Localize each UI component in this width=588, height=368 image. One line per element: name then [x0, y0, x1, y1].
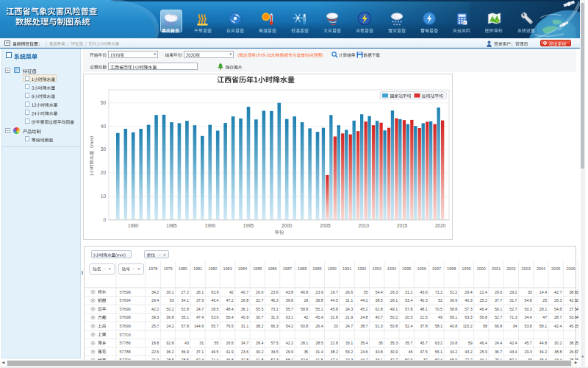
svg-text:1995: 1995 [243, 223, 254, 228]
svg-text:28.5: 28.5 [211, 307, 218, 311]
svg-text:50.8: 50.8 [390, 324, 398, 328]
svg-text:5: 5 [576, 341, 578, 345]
svg-text:32.7: 32.7 [256, 298, 263, 302]
svg-text:2: 2 [576, 298, 578, 302]
svg-text:39.8: 39.8 [315, 298, 323, 302]
svg-text:56.4: 56.4 [226, 315, 233, 319]
svg-text:59.1: 59.1 [495, 307, 502, 311]
svg-text:20.5: 20.5 [405, 315, 412, 319]
svg-text:35: 35 [364, 290, 368, 294]
svg-text:20: 20 [101, 170, 107, 175]
svg-text:25.9: 25.9 [480, 350, 487, 354]
svg-text:26.6: 26.6 [345, 290, 353, 294]
svg-text:56.8: 56.8 [480, 315, 487, 319]
svg-text:71.2: 71.2 [435, 290, 442, 294]
svg-text:21.9: 21.9 [345, 315, 353, 319]
svg-text:46.4: 46.4 [480, 307, 487, 311]
svg-text:36.2: 36.2 [166, 350, 173, 354]
svg-text:1980: 1980 [128, 223, 139, 228]
svg-text:45.2: 45.2 [360, 307, 368, 311]
svg-text:1993: 1993 [372, 266, 381, 271]
svg-text:2020: 2020 [435, 223, 446, 228]
svg-text:45.4: 45.4 [315, 315, 323, 319]
svg-text:31: 31 [199, 341, 204, 345]
svg-text:1988: 1988 [298, 266, 306, 271]
svg-text:34.2: 34.2 [151, 290, 159, 294]
svg-text:44.5: 44.5 [331, 298, 338, 302]
svg-text:19.7: 19.7 [331, 290, 338, 294]
svg-text:14.4: 14.4 [539, 290, 547, 294]
svg-text:49: 49 [438, 315, 442, 319]
svg-text:54.8: 54.8 [524, 298, 531, 302]
svg-text:28.7: 28.7 [554, 315, 562, 319]
svg-text:50.3: 50.3 [524, 307, 531, 311]
svg-text:1979: 1979 [163, 266, 172, 271]
svg-text:58.1: 58.1 [435, 324, 442, 328]
svg-text:0: 0 [103, 217, 106, 222]
svg-text:46: 46 [408, 350, 412, 354]
svg-text:52.4: 52.4 [405, 324, 412, 328]
svg-text:38.2: 38.2 [256, 324, 263, 328]
svg-text:36.7: 36.7 [495, 350, 502, 354]
svg-text:40.8: 40.8 [375, 350, 382, 354]
svg-text:54.8: 54.8 [554, 307, 562, 311]
svg-text:26.3: 26.3 [554, 298, 562, 302]
svg-text:40.3: 40.3 [420, 298, 427, 302]
svg-text:42.2: 42.2 [151, 307, 159, 311]
svg-text:46.5: 46.5 [211, 350, 218, 354]
svg-text:52.8: 52.8 [182, 307, 189, 311]
svg-text:43.4: 43.4 [509, 350, 517, 354]
svg-text:43: 43 [184, 341, 189, 345]
svg-text:63.1: 63.1 [286, 315, 293, 319]
svg-text:1978: 1978 [148, 266, 157, 271]
svg-text:1981: 1981 [193, 266, 202, 271]
svg-text:48.4: 48.4 [226, 307, 233, 311]
svg-text:42: 42 [304, 315, 308, 319]
svg-text:26.1: 26.1 [390, 298, 398, 302]
svg-text:▼: ▼ [137, 267, 141, 271]
svg-text:26.9: 26.9 [286, 350, 293, 354]
svg-text:24.3: 24.3 [345, 307, 353, 311]
svg-text:40: 40 [101, 124, 107, 129]
svg-text:66.8: 66.8 [495, 324, 502, 328]
svg-text:76.5: 76.5 [226, 324, 233, 328]
svg-text:29.4: 29.4 [465, 290, 472, 294]
svg-text:20.8: 20.8 [450, 341, 457, 345]
svg-text:73.2: 73.2 [270, 307, 278, 311]
svg-text:28.4: 28.4 [256, 341, 263, 345]
svg-text:33: 33 [528, 290, 532, 294]
svg-text:48.1: 48.1 [420, 307, 427, 311]
svg-text:35.1: 35.1 [182, 315, 189, 319]
svg-text:37.9: 37.9 [196, 298, 204, 302]
svg-text:47.4: 47.4 [196, 315, 204, 319]
svg-text:40.3: 40.3 [465, 298, 472, 302]
svg-text:36.8: 36.8 [166, 315, 173, 319]
svg-text:55.7: 55.7 [211, 324, 218, 328]
svg-text:38.7: 38.7 [360, 324, 368, 328]
svg-text:51.2: 51.2 [450, 290, 457, 294]
svg-text:36.9: 36.9 [182, 350, 189, 354]
svg-text:45.7: 45.7 [524, 341, 531, 345]
svg-text:28.1: 28.1 [539, 307, 547, 311]
svg-text:2005: 2005 [551, 266, 560, 271]
svg-text:115.2: 115.2 [463, 324, 473, 328]
svg-text:57.8: 57.8 [182, 324, 189, 328]
svg-text:29: 29 [304, 298, 308, 302]
svg-text:34.2: 34.2 [539, 350, 547, 354]
svg-text:▼: ▼ [108, 267, 112, 271]
svg-text:38.5: 38.5 [375, 298, 382, 302]
svg-text:31.2: 31.2 [405, 290, 412, 294]
svg-text:36.1: 36.1 [241, 307, 248, 311]
svg-text:1999: 1999 [462, 266, 470, 271]
svg-text:1985: 1985 [166, 223, 177, 228]
svg-text:29.6: 29.6 [495, 290, 502, 294]
svg-text:57.8: 57.8 [405, 307, 412, 311]
svg-text:1983: 1983 [223, 266, 232, 271]
svg-text:30.7: 30.7 [256, 315, 263, 319]
svg-text:66.3: 66.3 [270, 324, 278, 328]
svg-text:56.1: 56.1 [435, 350, 442, 354]
svg-text:52.7: 52.7 [495, 315, 502, 319]
svg-text:23.6: 23.6 [270, 290, 278, 294]
svg-text:1994: 1994 [387, 266, 396, 271]
svg-text:1982: 1982 [208, 266, 217, 271]
